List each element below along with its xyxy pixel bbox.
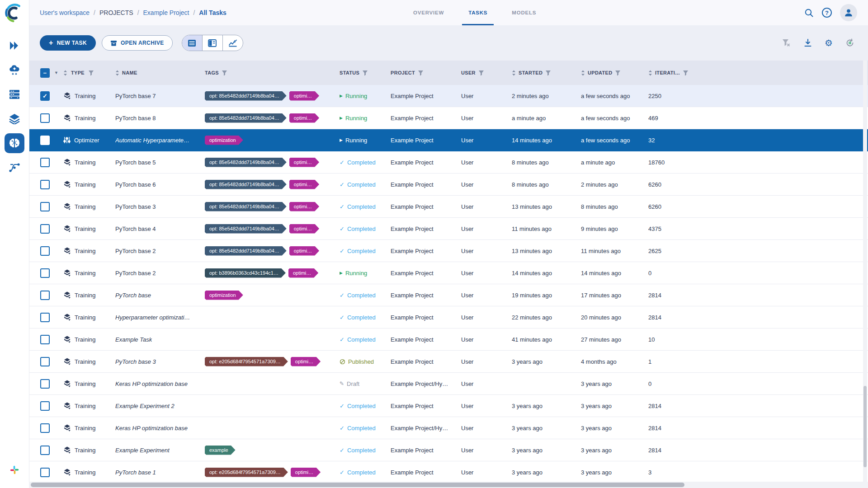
sidebar-item-pipelines[interactable] xyxy=(5,158,24,178)
sidebar-item-datasets[interactable] xyxy=(5,109,24,129)
task-name[interactable]: Example Experiment 2 xyxy=(115,403,175,409)
clear-filters-icon[interactable] xyxy=(782,39,791,47)
tag[interactable]: opt: e205d684f7954571a7309… xyxy=(205,357,288,366)
row-checkbox[interactable] xyxy=(40,180,50,189)
table-row[interactable]: TrainingPyTorch baseoptimization✓Complet… xyxy=(29,284,868,306)
task-name[interactable]: PyTorch base 5 xyxy=(115,159,156,166)
filter-funnel-icon[interactable] xyxy=(615,70,621,76)
column-header-tags[interactable]: TAGS xyxy=(205,70,340,76)
table-row[interactable]: TrainingPyTorch base 3opt: e205d684f7954… xyxy=(29,351,868,373)
row-checkbox[interactable] xyxy=(40,246,50,256)
row-checkbox[interactable] xyxy=(40,136,50,145)
column-header-project[interactable]: PROJECT xyxy=(391,70,461,76)
table-row[interactable]: TrainingPyTorch base 2opt: 85e5482ddd714… xyxy=(29,240,868,262)
tag[interactable]: optimi… xyxy=(289,158,319,167)
column-header-iteration[interactable]: ITERATI… xyxy=(648,70,689,76)
sidebar-item-orchestration[interactable] xyxy=(5,60,24,80)
new-task-button[interactable]: + NEW TASK xyxy=(40,35,96,51)
column-header-started[interactable]: STARTED xyxy=(512,70,581,76)
task-name[interactable]: PyTorch base 7 xyxy=(115,93,156,99)
tag[interactable]: opt: 85e5482ddd7149b8ba04… xyxy=(205,202,287,211)
table-row[interactable]: TrainingExample Task✓CompletedExample Pr… xyxy=(29,328,868,351)
filter-funnel-icon[interactable] xyxy=(418,70,424,76)
tag[interactable]: opt: e205d684f7954571a7309… xyxy=(205,468,288,477)
task-name[interactable]: PyTorch base 2 xyxy=(115,248,156,254)
search-icon[interactable] xyxy=(804,8,814,18)
task-name[interactable]: Automatic Hyperparamete… xyxy=(115,137,189,144)
task-name[interactable]: Keras HP optimization base xyxy=(115,380,188,387)
tag[interactable]: example xyxy=(205,446,236,455)
task-name[interactable]: PyTorch base xyxy=(115,292,151,299)
sidebar-item-expand[interactable] xyxy=(5,36,24,56)
tag[interactable]: optimi… xyxy=(289,224,319,234)
slack-icon[interactable] xyxy=(5,460,24,480)
select-all-checkbox[interactable]: − xyxy=(40,68,50,78)
task-name[interactable]: Keras HP optimization base xyxy=(115,425,188,432)
filter-funnel-icon[interactable] xyxy=(362,70,368,76)
row-checkbox[interactable] xyxy=(40,158,50,167)
table-row[interactable]: TrainingPyTorch base 6opt: 85e5482ddd714… xyxy=(29,174,868,196)
tag[interactable]: opt: 85e5482ddd7149b8ba04… xyxy=(205,180,287,189)
table-view-button[interactable] xyxy=(182,35,203,51)
filter-funnel-icon[interactable] xyxy=(683,70,689,76)
table-row[interactable]: TrainingPyTorch base 4opt: 85e5482ddd714… xyxy=(29,218,868,240)
tag[interactable]: opt: 85e5482ddd7149b8ba04… xyxy=(205,246,287,256)
sort-icon[interactable] xyxy=(512,70,516,76)
table-row[interactable]: TrainingHyperparameter optimizati…✓Compl… xyxy=(29,306,868,328)
row-checkbox[interactable]: ✓ xyxy=(40,91,50,101)
row-checkbox[interactable] xyxy=(40,313,50,322)
tag[interactable]: optimi… xyxy=(291,468,321,477)
row-checkbox[interactable] xyxy=(40,291,50,300)
tag[interactable]: optimi… xyxy=(291,357,321,366)
auto-refresh-icon[interactable] xyxy=(845,38,854,47)
table-row[interactable]: TrainingKeras HP optimization base✎Draft… xyxy=(29,373,868,395)
task-name[interactable]: PyTorch base 6 xyxy=(115,181,156,188)
table-row[interactable]: TrainingPyTorch base 3opt: 85e5482ddd714… xyxy=(29,196,868,218)
table-row[interactable]: TrainingPyTorch base 5opt: 85e5482ddd714… xyxy=(29,151,868,174)
table-row[interactable]: ✓TrainingPyTorch base 7opt: 85e5482ddd71… xyxy=(29,85,868,107)
row-checkbox[interactable] xyxy=(40,468,50,477)
tag[interactable]: optimi… xyxy=(289,246,319,256)
sidebar-item-workers-queues[interactable] xyxy=(5,84,24,104)
task-name[interactable]: PyTorch base 3 xyxy=(115,203,156,210)
filter-funnel-icon[interactable] xyxy=(88,70,94,76)
filter-funnel-icon[interactable] xyxy=(478,70,484,76)
column-header-updated[interactable]: UPDATED xyxy=(581,70,648,76)
row-checkbox[interactable] xyxy=(40,423,50,433)
clearml-logo[interactable] xyxy=(4,3,25,23)
task-name[interactable]: PyTorch base 8 xyxy=(115,115,156,122)
task-name[interactable]: Hyperparameter optimizati… xyxy=(115,314,190,321)
task-name[interactable]: PyTorch base 4 xyxy=(115,225,156,232)
row-checkbox[interactable] xyxy=(40,202,50,211)
help-icon[interactable]: ? xyxy=(822,8,832,18)
row-checkbox[interactable] xyxy=(40,335,50,344)
row-checkbox[interactable] xyxy=(40,113,50,123)
tag[interactable]: opt: 85e5482ddd7149b8ba04… xyxy=(205,158,287,167)
tag[interactable]: opt: 85e5482ddd7149b8ba04… xyxy=(205,224,287,234)
tab-overview[interactable]: OVERVIEW xyxy=(404,0,453,25)
tag[interactable]: optimi… xyxy=(289,91,319,101)
column-header-name[interactable]: NAME xyxy=(115,70,205,76)
filter-funnel-icon[interactable] xyxy=(222,70,227,76)
table-row[interactable]: TrainingPyTorch base 8opt: 85e5482ddd714… xyxy=(29,107,868,129)
row-checkbox[interactable] xyxy=(40,268,50,278)
column-header-status[interactable]: STATUS xyxy=(340,70,391,76)
split-view-button[interactable] xyxy=(203,35,223,51)
tag[interactable]: opt: 85e5482ddd7149b8ba04… xyxy=(205,91,287,101)
tag[interactable]: optimi… xyxy=(288,268,318,278)
sort-icon[interactable] xyxy=(63,70,67,76)
select-dropdown-icon[interactable]: ▼ xyxy=(54,70,58,75)
tag[interactable]: opt: 85e5482ddd7149b8ba04… xyxy=(205,113,287,123)
tab-models[interactable]: MODELS xyxy=(503,0,545,25)
filter-funnel-icon[interactable] xyxy=(545,70,551,76)
table-row[interactable]: TrainingExample Experiment 2✓CompletedEx… xyxy=(29,395,868,417)
row-checkbox[interactable] xyxy=(40,379,50,389)
table-row[interactable]: OptimizerAutomatic Hyperparamete…optimiz… xyxy=(29,129,868,151)
tag[interactable]: opt: b3896b0363cd43c194c1… xyxy=(205,268,286,278)
task-name[interactable]: PyTorch base 3 xyxy=(115,358,156,365)
sort-icon[interactable] xyxy=(581,70,585,76)
column-header-type[interactable]: TYPE xyxy=(63,70,115,76)
row-checkbox[interactable] xyxy=(40,357,50,366)
task-name[interactable]: Example Task xyxy=(115,336,152,343)
horizontal-scrollbar[interactable] xyxy=(31,483,684,487)
